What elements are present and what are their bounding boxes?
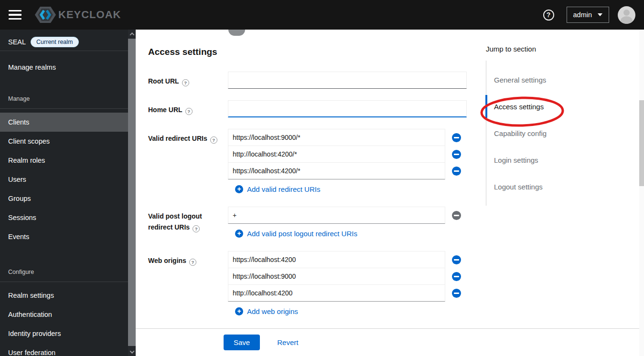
- root-url-label: Root URL?: [148, 72, 228, 89]
- redirect-uri-input[interactable]: [228, 146, 445, 163]
- remove-uri-icon[interactable]: [452, 255, 461, 264]
- jump-nav-title: Jump to section: [486, 45, 629, 53]
- chevron-down-icon: [598, 13, 602, 16]
- main-panel: Access settings Root URL? Home URL?: [136, 30, 644, 356]
- jump-item-capability-config[interactable]: Capability config: [486, 120, 629, 147]
- redirect-uri-input[interactable]: [228, 162, 445, 179]
- web-origin-input[interactable]: [228, 284, 445, 302]
- hamburger-menu-icon[interactable]: [9, 9, 23, 21]
- sidebar-item-realm-roles[interactable]: Realm roles: [0, 151, 128, 170]
- redirect-uri-input[interactable]: [228, 129, 445, 146]
- realm-name: SEAL: [8, 38, 26, 46]
- jump-item-logout-settings[interactable]: Logout settings: [486, 173, 629, 200]
- remove-uri-icon[interactable]: [452, 289, 461, 298]
- remove-uri-icon[interactable]: [452, 133, 461, 142]
- sidebar-item-identity-providers[interactable]: Identity providers: [0, 324, 128, 343]
- sidebar-section-configure: Configure: [0, 267, 128, 277]
- page-scrollbar-thumb[interactable]: [639, 100, 644, 186]
- plus-icon: +: [235, 185, 243, 193]
- sidebar-item-clients[interactable]: Clients: [0, 113, 128, 132]
- sidebar-item-events[interactable]: Events: [0, 227, 128, 246]
- jump-to-section-nav: Jump to section General settings Access …: [486, 45, 629, 206]
- help-question-icon[interactable]: ?: [189, 259, 196, 266]
- scroll-down-icon[interactable]: [128, 347, 136, 356]
- sidebar-section-manage: Manage: [0, 94, 128, 104]
- remove-uri-icon[interactable]: [452, 150, 461, 159]
- sidebar-scrollbar-thumb[interactable]: [128, 39, 136, 346]
- scroll-up-icon[interactable]: [128, 30, 136, 38]
- home-url-input[interactable]: [228, 100, 467, 117]
- jump-item-access-settings[interactable]: Access settings: [486, 93, 629, 120]
- avatar[interactable]: [618, 6, 635, 24]
- post-logout-uri-input[interactable]: [228, 207, 445, 224]
- help-question-icon[interactable]: ?: [193, 225, 200, 232]
- current-realm-badge: Current realm: [31, 37, 78, 47]
- plus-icon: +: [235, 230, 243, 238]
- jump-item-login-settings[interactable]: Login settings: [486, 147, 629, 173]
- sidebar-item-manage-realms[interactable]: Manage realms: [0, 58, 128, 77]
- sidebar-item-user-federation[interactable]: User federation: [0, 343, 128, 356]
- sidebar: SEAL Current realm Manage realms Manage …: [0, 30, 136, 356]
- help-question-icon[interactable]: ?: [210, 136, 217, 144]
- realm-selector[interactable]: SEAL Current realm: [0, 33, 128, 51]
- jump-item-general-settings[interactable]: General settings: [486, 66, 629, 93]
- revert-button[interactable]: Revert: [277, 338, 298, 346]
- root-url-input[interactable]: [228, 72, 467, 89]
- help-icon[interactable]: ?: [543, 10, 554, 21]
- brand-text: KEYCLOAK: [58, 9, 121, 21]
- sidebar-item-client-scopes[interactable]: Client scopes: [0, 132, 128, 151]
- post-logout-uris-label: Valid post logout redirect URIs?: [148, 207, 228, 238]
- remove-uri-icon-disabled: [452, 211, 461, 220]
- web-origins-label: Web origins?: [148, 251, 228, 315]
- plus-icon: +: [235, 307, 243, 315]
- sidebar-item-users[interactable]: Users: [0, 170, 128, 189]
- remove-uri-icon[interactable]: [452, 272, 461, 281]
- masthead: KEYCLOAK ? admin: [0, 0, 644, 30]
- add-web-origin-button[interactable]: + Add web origins: [235, 307, 298, 315]
- page-scrollbar[interactable]: [639, 30, 644, 356]
- web-origin-input[interactable]: [228, 268, 445, 285]
- user-menu-dropdown[interactable]: admin: [567, 7, 610, 23]
- valid-redirect-uris-label: Valid redirect URIs?: [148, 129, 228, 193]
- add-post-logout-uri-button[interactable]: + Add valid post logout redirect URIs: [235, 230, 357, 238]
- form-action-bar: Save Revert: [136, 328, 639, 356]
- help-question-icon[interactable]: ?: [185, 108, 193, 115]
- web-origin-input[interactable]: [228, 251, 445, 268]
- post-logout-uris-row: Valid post logout redirect URIs? + Add v…: [136, 207, 644, 238]
- keycloak-hexagon-icon: [34, 5, 56, 24]
- sidebar-item-sessions[interactable]: Sessions: [0, 208, 128, 227]
- web-origins-row: Web origins? +: [136, 251, 644, 315]
- sidebar-item-realm-settings[interactable]: Realm settings: [0, 286, 128, 305]
- sidebar-scrollbar[interactable]: [128, 30, 136, 356]
- keycloak-logo: KEYCLOAK: [34, 5, 121, 24]
- username-label: admin: [573, 11, 592, 19]
- save-button[interactable]: Save: [224, 335, 260, 350]
- remove-uri-icon[interactable]: [452, 167, 461, 176]
- add-redirect-uri-button[interactable]: + Add valid redirect URIs: [235, 185, 320, 193]
- sidebar-item-groups[interactable]: Groups: [0, 189, 128, 208]
- home-url-label: Home URL?: [148, 100, 228, 117]
- help-question-icon[interactable]: ?: [182, 79, 189, 86]
- sidebar-item-authentication[interactable]: Authentication: [0, 305, 128, 324]
